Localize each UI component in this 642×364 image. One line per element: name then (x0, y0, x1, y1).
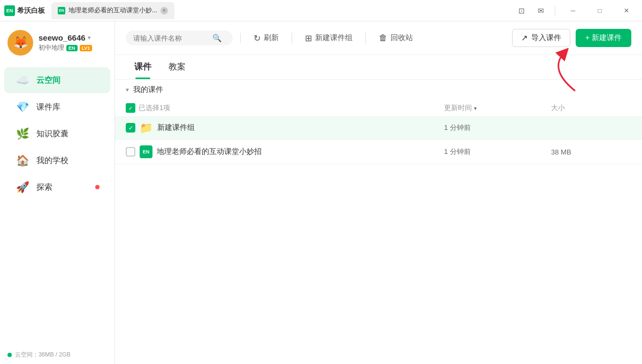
main-layout: 🦊 seewo_6646 ▾ 初中地理 EN LV1 ☁️ 云空间 💎 (0, 21, 642, 364)
toolbar-divider-2 (292, 33, 292, 43)
import-icon: ↗ (521, 33, 528, 43)
close-button[interactable]: ✕ (615, 2, 638, 19)
toolbar: 🔍 ↻ 刷新 ⊞ 新建课件组 🗑 回收站 (115, 21, 642, 55)
selected-label: 已选择1项 (139, 103, 170, 113)
titlebar-divider (555, 6, 555, 16)
sidebar-item-school[interactable]: 🏠 我的学校 (4, 148, 110, 173)
avatar: 🦊 (7, 30, 33, 56)
recycle-button[interactable]: 🗑 回收站 (373, 30, 418, 46)
file-time-col: 1 分钟前 (444, 123, 551, 133)
folder-header[interactable]: ▾ 我的课件 (115, 80, 642, 100)
logo-icon: EN (4, 5, 15, 16)
tab-active[interactable]: EN 地理老师必看的互动课堂小妙... × (51, 2, 174, 19)
file-list-header: ✓ 已选择1项 更新时间 ▾ 大小 (115, 100, 642, 116)
explore-notification-dot (95, 185, 100, 189)
new-group-button[interactable]: ⊞ 新建课件组 (300, 30, 358, 47)
sidebar-label-library: 课件库 (36, 102, 60, 112)
import-button[interactable]: ↗ 导入课件 (512, 29, 570, 47)
toolbar-divider-1 (240, 33, 241, 43)
folder-icon: 📁 (140, 121, 153, 134)
file-size-col-2: 38 MB (551, 148, 631, 156)
sidebar-item-explore[interactable]: 🚀 探索 (4, 174, 110, 200)
recycle-label: 回收站 (391, 33, 413, 43)
refresh-label: 刷新 (264, 33, 279, 43)
profile-arrow-icon: ▾ (88, 35, 90, 41)
sidebar: 🦊 seewo_6646 ▾ 初中地理 EN LV1 ☁️ 云空间 💎 (0, 21, 115, 364)
content-wrapper: 🔍 ↻ 刷新 ⊞ 新建课件组 🗑 回收站 (115, 21, 642, 364)
file-area: ▾ 我的课件 ✓ 已选择1项 更新时间 ▾ 大小 (115, 80, 642, 364)
tab-lesson-plan[interactable]: 教案 (160, 55, 194, 79)
refresh-icon: ↻ (254, 33, 261, 43)
mail-icon[interactable]: ✉ (533, 3, 548, 18)
folder-collapse-icon: ▾ (126, 86, 129, 94)
minimize-button[interactable]: ─ (562, 2, 584, 19)
checkbox-doc[interactable] (126, 147, 135, 157)
tab-courseware[interactable]: 课件 (126, 55, 160, 79)
explore-icon: 🚀 (15, 180, 30, 195)
badge-en: EN (66, 45, 78, 51)
toolbar-divider-3 (365, 33, 366, 43)
app-logo: EN 希沃白板 (4, 5, 45, 16)
file-name-col-2: EN 地理老师必看的互动课堂小妙招 (126, 145, 444, 158)
selected-count-badge: ✓ (126, 103, 135, 113)
tab-title: 地理老师必看的互动课堂小妙... (68, 6, 157, 15)
titlebar-actions: ⊡ ✉ ─ □ ✕ (514, 2, 638, 19)
library-icon: 💎 (15, 99, 30, 114)
titlebar: EN 希沃白板 EN 地理老师必看的互动课堂小妙... × ⊡ ✉ ─ □ ✕ (0, 0, 642, 21)
maximize-button[interactable]: □ (588, 2, 611, 19)
storage-dot (7, 353, 12, 357)
sort-icon: ▾ (474, 105, 477, 111)
sidebar-item-cloud[interactable]: ☁️ 云空间 (4, 67, 110, 93)
checkbox-group[interactable]: ✓ (126, 123, 135, 133)
profile-name: seewo_6646 ▾ (39, 33, 92, 42)
search-input[interactable] (133, 34, 208, 42)
sidebar-nav: ☁️ 云空间 💎 课件库 🌿 知识胶囊 🏠 我的学校 🚀 探索 (0, 62, 114, 345)
sidebar-label-cloud: 云空间 (36, 75, 60, 86)
tab-doc-icon: EN (58, 7, 65, 14)
file-name: 新建课件组 (157, 123, 195, 133)
sidebar-label-knowledge: 知识胶囊 (36, 129, 68, 139)
file-name-2: 地理老师必看的互动课堂小妙招 (157, 147, 262, 157)
sidebar-item-library[interactable]: 💎 课件库 (4, 94, 110, 120)
notification-icon[interactable]: ⊡ (514, 3, 529, 18)
file-time-col-2: 1 分钟前 (444, 147, 551, 157)
col-time-header[interactable]: 更新时间 ▾ (444, 103, 551, 113)
profile-subject: 初中地理 (39, 43, 64, 52)
search-icon[interactable]: 🔍 (212, 34, 221, 42)
content: 🔍 ↻ 刷新 ⊞ 新建课件组 🗑 回收站 (115, 21, 642, 364)
sidebar-label-explore: 探索 (36, 182, 52, 192)
app-name: 希沃白板 (17, 6, 45, 16)
col-size-header: 大小 (551, 103, 631, 113)
tab-close-button[interactable]: × (160, 7, 168, 14)
file-name-col: ✓ 📁 新建课件组 (126, 121, 444, 134)
file-row-doc[interactable]: EN 地理老师必看的互动课堂小妙招 1 分钟前 38 MB (115, 140, 642, 164)
sidebar-footer: 云空间：38MB / 2GB (0, 345, 114, 364)
import-label: 导入课件 (531, 33, 561, 43)
sidebar-profile: 🦊 seewo_6646 ▾ 初中地理 EN LV1 (0, 21, 114, 62)
sidebar-item-knowledge[interactable]: 🌿 知识胶囊 (4, 121, 110, 146)
search-box[interactable]: 🔍 (126, 30, 233, 45)
profile-subtitle: 初中地理 EN LV1 (39, 43, 92, 52)
refresh-button[interactable]: ↻ 刷新 (248, 30, 284, 47)
school-icon: 🏠 (15, 153, 30, 168)
folder-name: 我的课件 (133, 85, 163, 95)
new-label: + 新建课件 (585, 33, 622, 43)
file-row-group[interactable]: ✓ 📁 新建课件组 1 分钟前 (115, 116, 642, 140)
new-courseware-button[interactable]: + 新建课件 (576, 29, 631, 47)
storage-label: 云空间：38MB / 2GB (15, 351, 71, 359)
doc-icon: EN (140, 145, 152, 158)
new-group-label: 新建课件组 (315, 33, 353, 43)
knowledge-icon: 🌿 (15, 126, 30, 141)
sidebar-label-school: 我的学校 (36, 156, 68, 166)
cloud-icon: ☁️ (15, 73, 30, 88)
col-name-header: ✓ 已选择1项 (126, 103, 444, 113)
profile-info: seewo_6646 ▾ 初中地理 EN LV1 (39, 33, 92, 52)
new-group-icon: ⊞ (305, 33, 312, 43)
badge-lv: LV1 (80, 45, 93, 51)
recycle-icon: 🗑 (379, 33, 387, 43)
tabs-bar: 课件 教案 (115, 55, 642, 80)
